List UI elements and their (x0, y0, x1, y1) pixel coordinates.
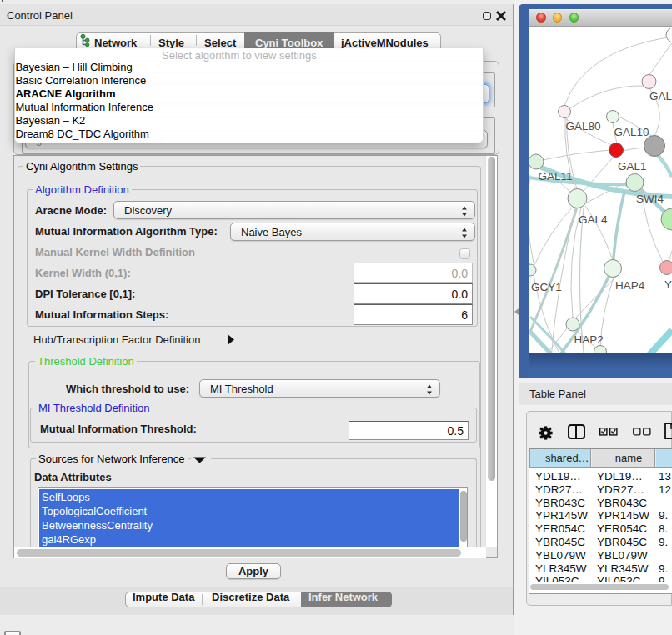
svg-text:GAL11: GAL11 (539, 170, 573, 182)
svg-text:GAL1: GAL1 (618, 160, 647, 172)
svg-text:Y: Y (664, 278, 672, 291)
svg-text:GAL: GAL (649, 90, 672, 102)
svg-text:GAL80: GAL80 (566, 120, 601, 132)
svg-text:GCY1: GCY1 (531, 281, 562, 293)
svg-text:GAL10: GAL10 (614, 126, 649, 138)
svg-text:HAP4: HAP4 (615, 279, 645, 292)
svg-text:SWI4: SWI4 (636, 192, 664, 205)
svg-text:GAL4: GAL4 (579, 213, 608, 226)
svg-text:HAP2: HAP2 (574, 333, 604, 346)
